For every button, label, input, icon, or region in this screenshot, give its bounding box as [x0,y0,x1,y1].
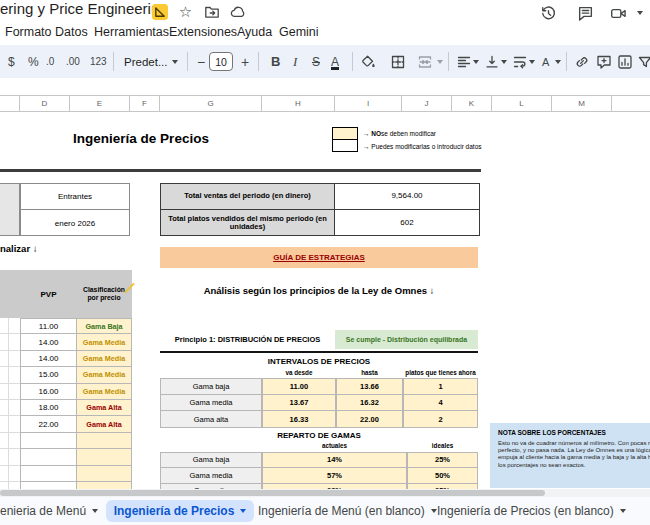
interval-from-cell[interactable]: 16.33 [262,411,336,428]
tab-ingenieria-de-menu-en-blanco[interactable]: Ingeniería de Menú (en blanco) [258,497,437,525]
interval-from-cell[interactable]: 13.67 [262,395,336,412]
menu-formato[interactable]: Formato [5,25,52,39]
column-header-F[interactable]: F [130,96,160,111]
decrease-font-size-button[interactable]: − [197,45,205,78]
classification-cell[interactable]: Gama Media [76,334,132,350]
interval-count-cell[interactable]: 4 [403,395,478,412]
tab-caret-icon[interactable] [240,509,246,513]
horizontal-scrollbar-thumb[interactable] [0,490,545,496]
star-icon[interactable]: ☆ [177,3,194,20]
text-wrap-caret-icon[interactable] [529,60,535,64]
period-month-cell[interactable]: enero 2026 [21,210,129,236]
document-title[interactable]: ering y Price Engineering [0,0,168,17]
distribution-current-cell[interactable]: 14% [262,452,407,468]
classification-cell-empty[interactable] [76,466,132,482]
column-header-K[interactable]: K [452,96,492,111]
strategies-guide-link[interactable]: GUÍA DE ESTRATEGIAS [273,253,365,262]
column-header-G[interactable]: G [160,96,262,111]
menu-ayuda[interactable]: Ayuda [237,25,272,39]
fill-color-icon[interactable] [360,54,376,74]
tab-ingenieria-de-precios[interactable]: Ingeniería de Precios [106,500,254,522]
strategies-guide-button[interactable]: GUÍA DE ESTRATEGIAS [160,247,478,268]
pvp-cell[interactable]: 22.00 [20,416,77,432]
tab-caret-icon[interactable] [620,509,626,513]
column-header-partial[interactable] [0,96,20,111]
text-color-button[interactable]: A [331,45,339,78]
pvp-cell[interactable]: 16.00 [20,384,77,400]
insert-comment-icon[interactable] [596,54,612,74]
classification-cell-empty[interactable] [76,449,132,465]
tab-caret-icon[interactable] [92,509,98,513]
cloud-saved-icon[interactable] [229,3,246,20]
pvp-cell-empty[interactable] [20,466,77,482]
classification-cell[interactable]: Gama Alta [76,416,132,432]
font-select-caret-icon[interactable] [172,60,178,64]
pvp-cell-empty[interactable] [20,449,77,465]
column-header-J[interactable]: J [402,96,452,111]
menu-datos[interactable]: Datos [55,25,88,39]
comments-icon[interactable] [577,5,594,22]
classification-cell[interactable]: Gama Media [76,367,132,383]
classification-cell[interactable]: Gama Baja [76,318,132,334]
currency-format-button[interactable]: $ [8,45,15,78]
insert-chart-icon[interactable] [617,54,633,74]
classification-cell[interactable]: Gama Media [76,384,132,400]
bold-button[interactable]: B [271,45,280,78]
version-history-icon[interactable] [540,5,557,22]
horizontal-align-caret-icon[interactable] [473,60,479,64]
interval-count-cell[interactable]: 1 [403,378,478,395]
distribution-current-cell[interactable]: 57% [262,468,407,484]
column-header-E[interactable]: E [70,96,130,111]
interval-from-cell[interactable]: 11.00 [262,378,336,395]
column-header-H[interactable]: H [262,96,335,111]
video-call-caret-icon[interactable] [637,11,643,15]
decrease-decimals-button[interactable]: .0 [46,45,54,78]
menu-gemini[interactable]: Gemini [279,25,319,39]
pvp-cell[interactable]: 11.00 [20,318,77,334]
pvp-cell-empty[interactable] [20,433,77,449]
interval-to-cell[interactable]: 22.00 [336,411,403,428]
tab-ingenieria-de-menu[interactable]: enieria de Menú [0,497,98,525]
column-header-I[interactable]: I [335,96,402,111]
italic-button[interactable]: I [293,45,297,78]
merge-cells-caret-icon[interactable] [437,60,443,64]
column-header-partial[interactable] [612,96,650,111]
menu-extensiones[interactable]: Extensiones [169,25,237,39]
classification-cell[interactable]: Gama Media [76,351,132,367]
video-call-icon[interactable] [610,5,627,22]
move-folder-icon[interactable] [203,3,220,20]
percent-format-button[interactable]: % [28,45,39,78]
total-dishes-value[interactable]: 602 [335,210,479,236]
text-wrap-icon[interactable] [512,54,528,74]
pvp-cell[interactable]: 14.00 [20,351,77,367]
insert-link-icon[interactable] [574,54,590,74]
filter-icon[interactable] [637,54,650,74]
merge-cells-icon[interactable] [417,54,433,74]
menu-herramientas[interactable]: Herramientas [94,25,169,39]
distribution-ideal-cell[interactable]: 25% [407,452,478,468]
text-rotation-icon[interactable]: A [542,45,549,78]
pvp-cell[interactable]: 14.00 [20,334,77,350]
vertical-align-icon[interactable] [484,54,500,74]
increase-font-size-button[interactable]: + [241,45,249,78]
distribution-ideal-cell[interactable]: 50% [407,468,478,484]
font-select[interactable]: Predet... [124,45,167,78]
number-format-button[interactable]: 123 [90,45,107,78]
period-category-cell[interactable]: Entrantes [21,184,129,210]
text-rotation-caret-icon[interactable] [555,60,561,64]
horizontal-scrollbar[interactable] [0,489,650,497]
horizontal-align-icon[interactable] [456,54,472,74]
classification-cell[interactable]: Gama Alta [76,400,132,416]
tab-caret-icon[interactable] [431,509,437,513]
total-sales-value[interactable]: 9,564.00 [335,184,479,210]
tab-ingenieria-de-precios-en-blanco[interactable]: Ingeniería de Precios (en blanco) [437,497,626,525]
increase-decimals-button[interactable]: .00 [66,45,80,78]
column-header-L[interactable]: L [492,96,552,111]
strikethrough-button[interactable]: S [312,45,320,78]
interval-to-cell[interactable]: 16.32 [336,395,403,412]
column-header-M[interactable]: M [552,96,612,111]
pvp-cell[interactable]: 15.00 [20,367,77,383]
classification-cell-empty[interactable] [76,433,132,449]
interval-count-cell[interactable]: 2 [403,411,478,428]
font-size-input[interactable]: 10 [209,52,233,71]
